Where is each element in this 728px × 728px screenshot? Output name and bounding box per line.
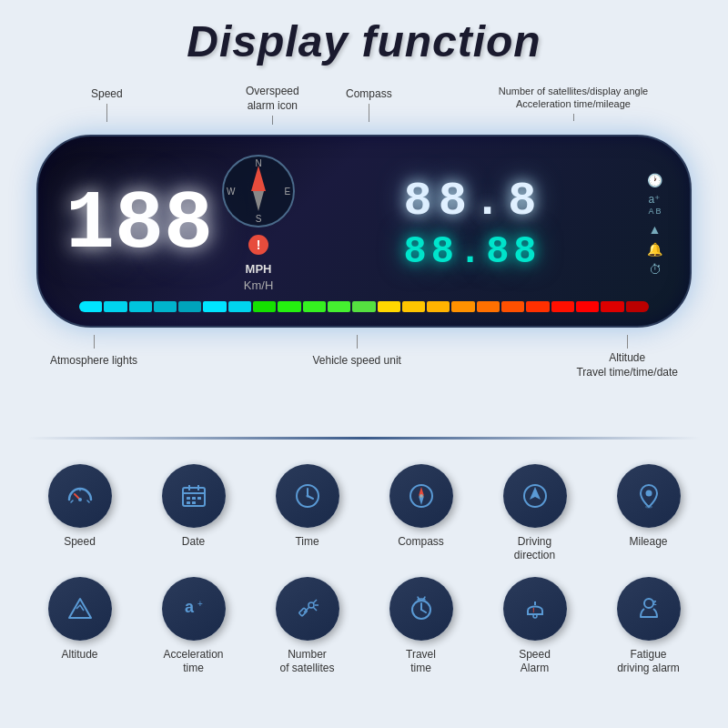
altitude-label: AltitudeTravel time/time/date: [576, 335, 678, 379]
svg-point-20: [645, 490, 652, 496]
feature-speed: Speed: [27, 464, 132, 563]
overspeed-icon: !: [248, 235, 268, 255]
svg-text:+: +: [197, 599, 203, 609]
feature-grid: Speed Date: [0, 450, 728, 694]
svg-point-21: [645, 505, 652, 508]
svg-rect-8: [187, 501, 190, 504]
svg-point-13: [306, 494, 308, 497]
travel-clock-icon: [405, 592, 438, 625]
right-displays: 8 8 . 8 8 8 . 8 8: [308, 178, 633, 271]
altitude-feature-label: Altitude: [61, 648, 97, 662]
acceleration-icon: a +: [177, 592, 210, 625]
date-feature-label: Date: [182, 535, 205, 550]
fatigue-feature-label: Fatiguedriving alarm: [617, 648, 680, 676]
satellites-icon-circle: [276, 577, 339, 641]
timer-side-icon: ⏱: [649, 263, 662, 276]
mileage-icon-circle: [617, 464, 681, 528]
feature-acceleration: a + Accelerationtime: [141, 577, 246, 676]
svg-marker-22: [69, 599, 91, 618]
svg-rect-27: [298, 608, 307, 616]
compass-feature-icon: [405, 480, 438, 512]
bottom-labels: Atmosphere lights Vehicle speed unit Alt…: [27, 328, 701, 379]
hud-display: 1 8 8 N S E W ! MPH: [36, 135, 692, 328]
compass-icon-circle: [389, 464, 453, 528]
feature-date: Date: [141, 464, 246, 563]
feature-mileage: Mileage: [596, 464, 701, 563]
satellites-feature-label: Numberof satellites: [279, 648, 334, 676]
speed-icon-circle: [48, 464, 112, 528]
speed-feature-label: Speed: [64, 535, 96, 550]
atmosphere-label: Atmosphere lights: [50, 335, 137, 379]
feature-driving-direction: Drivingdirection: [482, 464, 587, 563]
top-segment-row: 8 8 . 8: [308, 178, 633, 226]
mileage-feature-label: Mileage: [629, 535, 667, 550]
compass-unit-area: N S E W ! MPH Km/H: [222, 155, 295, 294]
feature-compass: Compass: [369, 464, 473, 563]
time-feature-label: Time: [295, 535, 318, 550]
svg-rect-6: [192, 497, 196, 500]
clock-side-icon: 🕐: [647, 174, 662, 187]
svg-rect-7: [197, 497, 201, 500]
speed-label: Speed: [91, 85, 123, 122]
svg-text:!: !: [532, 606, 535, 614]
compass-display: N S E W: [222, 155, 295, 228]
svg-line-28: [313, 600, 317, 603]
travel-time-icon-circle: [389, 577, 453, 641]
feature-time: Time: [255, 464, 359, 563]
travel-time-feature-label: Traveltime: [406, 648, 436, 676]
svg-text:z: z: [652, 598, 657, 607]
svg-rect-9: [192, 501, 196, 504]
feature-speed-alarm: ! SpeedAlarm: [482, 577, 587, 676]
speedometer-icon: [64, 480, 96, 512]
vehicle-speed-label: Vehicle speed unit: [313, 335, 401, 379]
fatigue-icon: z: [632, 592, 665, 625]
svg-marker-19: [530, 487, 541, 500]
bottom-segment-row: 8 8 . 8 8: [308, 233, 633, 271]
alarm-side-icon: 🔔: [647, 243, 662, 256]
overspeed-label: Overspeedalarm icon: [246, 85, 299, 125]
page-title: Display function: [0, 16, 728, 66]
triangle-side-icon: ▲: [649, 223, 662, 236]
svg-point-0: [78, 498, 82, 501]
altitude-icon-circle: [48, 577, 112, 641]
display-section: Speed Overspeedalarm icon Compass Number…: [27, 76, 701, 426]
speed-unit: MPH Km/H: [244, 261, 274, 294]
compass-top-label: Compass: [346, 85, 392, 122]
svg-point-36: [533, 614, 537, 618]
date-icon-circle: [162, 464, 226, 528]
feature-satellites: Numberof satellites: [255, 577, 359, 676]
svg-rect-5: [187, 497, 190, 500]
acceleration-feature-label: Accelerationtime: [163, 648, 223, 676]
svg-line-30: [313, 607, 317, 611]
alarm-icon: !: [519, 592, 551, 625]
svg-text:a: a: [185, 598, 195, 616]
speed-digits: 1 8 8: [66, 184, 208, 266]
side-icons: 🕐 a⁺A B ▲ 🔔 ⏱: [647, 174, 662, 276]
navigation-icon: [519, 480, 551, 512]
speed-alarm-icon-circle: !: [503, 577, 567, 641]
feature-travel-time: Traveltime: [369, 577, 473, 676]
compass-feature-label: Compass: [398, 535, 444, 550]
location-pin-icon: [632, 480, 665, 512]
mountain-icon: [64, 592, 96, 625]
section-divider: [27, 437, 701, 440]
acceleration-icon-circle: a +: [162, 577, 226, 641]
svg-line-33: [421, 610, 426, 612]
feature-altitude: Altitude: [27, 577, 132, 676]
page-header: Display function: [0, 0, 728, 76]
speed-alarm-feature-label: SpeedAlarm: [519, 648, 551, 676]
font-side-icon: a⁺A B: [648, 194, 661, 216]
svg-point-17: [420, 494, 423, 498]
satellite-icon: [291, 592, 324, 625]
atmosphere-color-bar: [79, 301, 649, 312]
top-labels: Speed Overspeedalarm icon Compass Number…: [46, 85, 682, 135]
calendar-icon: [177, 480, 210, 512]
clock-icon: [291, 480, 324, 512]
time-icon-circle: [276, 464, 339, 528]
driving-direction-icon-circle: [503, 464, 567, 528]
driving-direction-label: Drivingdirection: [514, 535, 555, 563]
fatigue-icon-circle: z: [617, 577, 681, 641]
right-top-label: Number of satellites/display angleAccele…: [473, 85, 673, 121]
feature-fatigue: z Fatiguedriving alarm: [596, 577, 701, 676]
